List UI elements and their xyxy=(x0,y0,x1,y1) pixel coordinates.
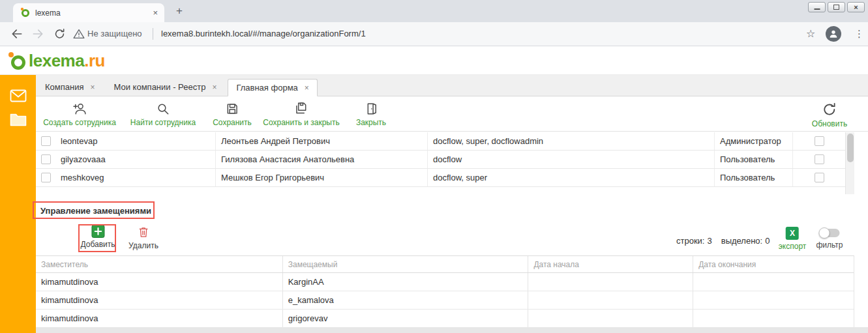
browser-tab[interactable]: lexema × xyxy=(13,3,164,22)
close-form-button[interactable]: Закрыть xyxy=(356,102,386,127)
cell-username: gilyazovaaa xyxy=(55,154,215,164)
browser-navbar: Не защищено lexema8.burintekh.local/#/ma… xyxy=(0,22,868,46)
bookmark-star-icon[interactable]: ☆ xyxy=(806,27,815,40)
logo-text-main: lexema xyxy=(29,51,84,70)
browser-tabstrip: lexema × + × xyxy=(0,0,868,22)
minimize-button[interactable] xyxy=(808,2,826,12)
employees-toolbar: Создать сотрудника Найти сотрудника Сохр… xyxy=(36,96,868,132)
row-checkbox[interactable] xyxy=(815,154,824,164)
row-checkbox[interactable] xyxy=(815,136,824,146)
security-status[interactable]: Не защищено xyxy=(87,29,142,38)
folder-icon xyxy=(10,112,27,126)
row-checkbox[interactable] xyxy=(41,173,51,182)
substitution-row[interactable]: kimamutdinova e_kamalova xyxy=(36,291,854,310)
button-label: Добавить xyxy=(80,240,115,249)
cell-username: leontevap xyxy=(55,136,215,146)
vertical-scrollbar[interactable] xyxy=(845,132,854,194)
minimize-icon xyxy=(814,8,820,10)
cell-substituted: KarginAA xyxy=(282,273,528,291)
employee-row[interactable]: gilyazovaaa Гилязова Анастасия Анатольев… xyxy=(36,151,845,169)
save-and-close-button[interactable]: Сохранить и закрыть xyxy=(263,102,339,127)
substitutions-table: Заместитель Замещаемый Дата начала Дата … xyxy=(36,255,854,328)
cell-date-start xyxy=(528,310,693,327)
plus-icon xyxy=(91,225,104,238)
cell-checkbox xyxy=(792,132,845,150)
substitution-row[interactable]: kimamutdinova KarginAA xyxy=(36,273,854,291)
sidebar-item-mail[interactable] xyxy=(10,89,27,105)
button-label: Удалить xyxy=(128,241,158,250)
substitution-row[interactable]: kimamutdinova grigorevav xyxy=(36,310,854,328)
form-tab-company[interactable]: Компания × xyxy=(37,78,103,96)
column-header-date-end[interactable]: Дата окончания xyxy=(693,256,854,272)
toggle-switch[interactable] xyxy=(820,229,839,237)
column-header-substituted[interactable]: Замещаемый xyxy=(282,256,528,272)
tab-close-icon[interactable]: × xyxy=(153,8,158,18)
tab-close-icon[interactable]: × xyxy=(91,83,95,92)
form-tab-bar: Компания × Мои компании - Реестр × Главн… xyxy=(36,75,868,96)
cell-roles: docflow, super, docflowadmin xyxy=(427,132,714,150)
person-add-icon xyxy=(72,102,87,116)
rows-count-value: 3 xyxy=(707,236,711,246)
tab-close-icon[interactable]: × xyxy=(212,83,217,92)
cell-roles: docflow xyxy=(427,151,714,168)
column-header-date-start[interactable]: Дата начала xyxy=(528,256,693,272)
row-checkbox[interactable] xyxy=(815,173,824,182)
close-button[interactable]: × xyxy=(847,2,865,12)
form-tab-label: Мои компании - Реестр xyxy=(114,82,206,92)
column-header-substitute[interactable]: Заместитель xyxy=(36,256,282,272)
tab-close-icon[interactable]: × xyxy=(305,83,309,93)
url-separator xyxy=(153,28,153,40)
grid-stats: строки:3выделено:0 xyxy=(676,236,770,246)
logo-text-suffix: .ru xyxy=(84,51,105,70)
substitutions-section-title: Управление замещениями xyxy=(40,206,151,216)
cell-role-type: Пользователь xyxy=(714,169,792,186)
cell-checkbox xyxy=(36,173,55,182)
maximize-button[interactable] xyxy=(828,2,845,12)
refresh-button[interactable]: Обновить xyxy=(812,102,847,128)
horizontal-scrollbar-track[interactable] xyxy=(36,327,868,333)
cell-role-type: Администратор xyxy=(714,132,792,150)
cell-username: meshkoveg xyxy=(55,173,215,182)
new-tab-button[interactable]: + xyxy=(172,4,187,18)
cell-roles: docflow, super xyxy=(427,169,714,186)
browser-tab-title: lexema xyxy=(35,8,147,18)
export-excel-button[interactable]: X экспорт xyxy=(779,227,807,251)
form-tab-my-companies-registry[interactable]: Мои компании - Реестр × xyxy=(106,78,225,96)
browser-menu-icon[interactable]: ⋮ xyxy=(854,28,864,40)
cell-checkbox xyxy=(792,151,845,168)
find-employee-button[interactable]: Найти сотрудника xyxy=(130,102,196,127)
toggle-knob xyxy=(818,227,830,239)
delete-substitution-button[interactable]: Удалить xyxy=(128,225,158,250)
lexema-logo-icon xyxy=(7,50,27,71)
url-field[interactable]: lexema8.burintekh.local/#/manage/organiz… xyxy=(161,29,366,38)
button-label: Создать сотрудника xyxy=(43,118,116,127)
row-checkbox[interactable] xyxy=(41,136,51,146)
form-tab-main-form[interactable]: Главная форма × xyxy=(228,79,317,96)
create-employee-button[interactable]: Создать сотрудника xyxy=(43,102,116,127)
lexema-favicon-icon xyxy=(20,7,30,20)
button-label: Сохранить и закрыть xyxy=(263,118,339,127)
browser-profile-avatar[interactable] xyxy=(826,26,841,42)
reload-button[interactable] xyxy=(53,28,66,40)
cell-checkbox xyxy=(36,136,55,146)
lexema-logo[interactable]: lexema.ru xyxy=(7,50,105,71)
sidebar-item-folder[interactable] xyxy=(10,112,27,129)
save-button[interactable]: Сохранить xyxy=(213,102,252,127)
forward-button[interactable] xyxy=(31,27,44,40)
warning-triangle-icon[interactable] xyxy=(73,28,85,40)
cell-substitute: kimamutdinova xyxy=(36,291,282,309)
cell-checkbox xyxy=(792,169,845,186)
maximize-icon xyxy=(833,5,839,10)
scrollbar-thumb[interactable] xyxy=(847,134,854,162)
save-icon xyxy=(225,102,239,116)
row-checkbox[interactable] xyxy=(41,154,51,164)
cell-substituted: e_kamalova xyxy=(282,291,528,309)
cell-full-name: Леонтьев Андрей Петрович xyxy=(215,132,427,150)
employee-row[interactable]: leontevap Леонтьев Андрей Петрович docfl… xyxy=(36,132,845,151)
filter-toggle-control[interactable]: фильтр xyxy=(816,229,843,250)
back-button[interactable] xyxy=(10,27,23,40)
employee-row[interactable]: meshkoveg Мешков Егор Григорьевич docflo… xyxy=(36,169,845,187)
selected-count-value: 0 xyxy=(765,236,770,246)
add-substitution-button[interactable]: Добавить xyxy=(80,225,115,249)
toggle-label: фильтр xyxy=(816,240,843,250)
